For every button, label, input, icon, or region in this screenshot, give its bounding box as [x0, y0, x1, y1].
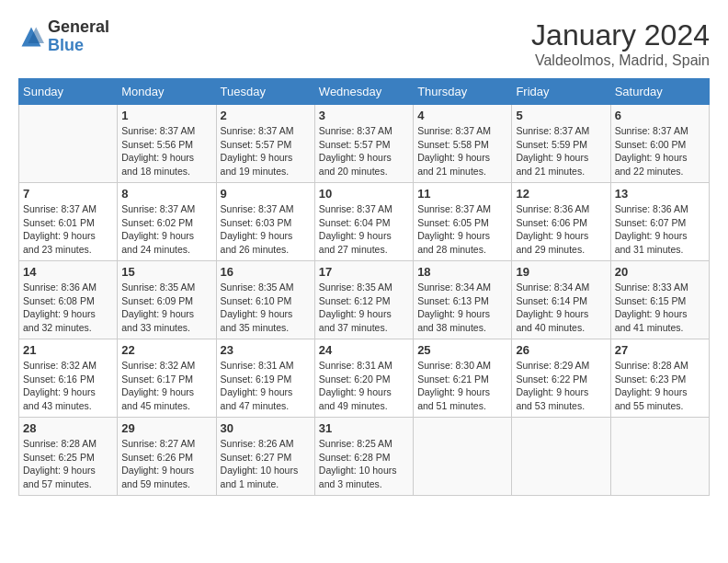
day-info: Sunrise: 8:37 AMSunset: 6:03 PMDaylight:…: [221, 202, 311, 257]
day-info: Sunrise: 8:30 AMSunset: 6:21 PMDaylight:…: [417, 359, 507, 413]
calendar-day-cell: 11Sunrise: 8:37 AMSunset: 6:05 PMDayligh…: [414, 183, 512, 261]
logo-icon: [18, 24, 44, 50]
title-block: January 2024 Valdeolmos, Madrid, Spain: [531, 18, 710, 69]
day-info: Sunrise: 8:37 AMSunset: 5:57 PMDaylight:…: [319, 124, 409, 178]
day-info: Sunrise: 8:37 AMSunset: 6:02 PMDaylight:…: [121, 202, 211, 257]
calendar-week-row: 14Sunrise: 8:36 AMSunset: 6:08 PMDayligh…: [19, 261, 710, 339]
calendar-day-cell: 29Sunrise: 8:27 AMSunset: 6:26 PMDayligh…: [118, 418, 216, 496]
day-info: Sunrise: 8:31 AMSunset: 6:19 PMDaylight:…: [221, 359, 311, 413]
day-number: 28: [23, 421, 113, 435]
day-number: 17: [319, 265, 409, 279]
day-number: 11: [417, 187, 507, 201]
calendar-week-row: 28Sunrise: 8:28 AMSunset: 6:25 PMDayligh…: [19, 418, 710, 496]
calendar-day-cell: 15Sunrise: 8:35 AMSunset: 6:09 PMDayligh…: [118, 261, 216, 339]
day-info: Sunrise: 8:37 AMSunset: 5:57 PMDaylight:…: [221, 124, 311, 178]
day-info: Sunrise: 8:28 AMSunset: 6:25 PMDaylight:…: [23, 437, 113, 491]
day-number: 23: [221, 343, 311, 357]
day-number: 6: [615, 109, 705, 122]
day-number: 3: [319, 109, 409, 122]
calendar-day-cell: 31Sunrise: 8:25 AMSunset: 6:28 PMDayligh…: [314, 418, 413, 496]
calendar-day-cell: [19, 105, 118, 183]
day-number: 10: [319, 187, 409, 201]
calendar-day-cell: 18Sunrise: 8:34 AMSunset: 6:13 PMDayligh…: [414, 261, 512, 339]
calendar-day-cell: 27Sunrise: 8:28 AMSunset: 6:23 PMDayligh…: [610, 339, 709, 418]
day-number: 25: [417, 343, 507, 357]
day-info: Sunrise: 8:32 AMSunset: 6:17 PMDaylight:…: [121, 359, 211, 413]
calendar-day-cell: [414, 418, 512, 496]
weekday-header: Tuesday: [216, 79, 314, 105]
calendar-day-cell: 3Sunrise: 8:37 AMSunset: 5:57 PMDaylight…: [314, 105, 413, 183]
logo: General Blue: [18, 18, 109, 55]
calendar-week-row: 21Sunrise: 8:32 AMSunset: 6:16 PMDayligh…: [19, 339, 710, 418]
calendar-week-row: 1Sunrise: 8:37 AMSunset: 5:56 PMDaylight…: [19, 105, 710, 183]
day-number: 29: [121, 421, 211, 435]
day-info: Sunrise: 8:25 AMSunset: 6:28 PMDaylight:…: [319, 437, 409, 491]
day-info: Sunrise: 8:27 AMSunset: 6:26 PMDaylight:…: [121, 437, 211, 491]
page-header: General Blue January 2024 Valdeolmos, Ma…: [18, 18, 710, 69]
day-number: 4: [417, 109, 507, 122]
day-number: 5: [516, 109, 606, 122]
day-info: Sunrise: 8:29 AMSunset: 6:22 PMDaylight:…: [516, 359, 606, 413]
calendar-day-cell: 7Sunrise: 8:37 AMSunset: 6:01 PMDaylight…: [19, 183, 118, 261]
calendar-day-cell: [610, 418, 709, 496]
calendar-day-cell: 6Sunrise: 8:37 AMSunset: 6:00 PMDaylight…: [610, 105, 709, 183]
calendar-day-cell: 19Sunrise: 8:34 AMSunset: 6:14 PMDayligh…: [512, 261, 610, 339]
day-number: 19: [516, 265, 606, 279]
day-info: Sunrise: 8:37 AMSunset: 6:04 PMDaylight:…: [319, 202, 409, 257]
calendar-week-row: 7Sunrise: 8:37 AMSunset: 6:01 PMDaylight…: [19, 183, 710, 261]
calendar-day-cell: 1Sunrise: 8:37 AMSunset: 5:56 PMDaylight…: [118, 105, 216, 183]
day-info: Sunrise: 8:32 AMSunset: 6:16 PMDaylight:…: [23, 359, 113, 413]
day-number: 20: [615, 265, 705, 279]
calendar-day-cell: 10Sunrise: 8:37 AMSunset: 6:04 PMDayligh…: [314, 183, 413, 261]
calendar-day-cell: [512, 418, 610, 496]
calendar-day-cell: 2Sunrise: 8:37 AMSunset: 5:57 PMDaylight…: [216, 105, 314, 183]
day-number: 18: [417, 265, 507, 279]
day-info: Sunrise: 8:36 AMSunset: 6:08 PMDaylight:…: [23, 281, 113, 335]
day-number: 1: [121, 109, 211, 122]
weekday-header: Thursday: [414, 79, 512, 105]
calendar-day-cell: 17Sunrise: 8:35 AMSunset: 6:12 PMDayligh…: [314, 261, 413, 339]
weekday-header: Friday: [512, 79, 610, 105]
day-number: 24: [319, 343, 409, 357]
calendar-header: SundayMondayTuesdayWednesdayThursdayFrid…: [19, 79, 710, 105]
day-number: 7: [23, 187, 113, 201]
day-number: 27: [615, 343, 705, 357]
day-info: Sunrise: 8:35 AMSunset: 6:09 PMDaylight:…: [121, 281, 211, 335]
calendar-day-cell: 20Sunrise: 8:33 AMSunset: 6:15 PMDayligh…: [610, 261, 709, 339]
logo-blue-text: Blue: [48, 36, 84, 54]
month-title: January 2024: [531, 18, 710, 52]
weekday-header: Monday: [118, 79, 216, 105]
day-number: 2: [221, 109, 311, 122]
day-info: Sunrise: 8:37 AMSunset: 6:00 PMDaylight:…: [615, 124, 705, 178]
calendar-day-cell: 23Sunrise: 8:31 AMSunset: 6:19 PMDayligh…: [216, 339, 314, 418]
calendar-day-cell: 14Sunrise: 8:36 AMSunset: 6:08 PMDayligh…: [19, 261, 118, 339]
day-info: Sunrise: 8:28 AMSunset: 6:23 PMDaylight:…: [615, 359, 705, 413]
weekday-header: Saturday: [610, 79, 709, 105]
logo-general-text: General: [48, 17, 109, 36]
calendar-day-cell: 12Sunrise: 8:36 AMSunset: 6:06 PMDayligh…: [512, 183, 610, 261]
calendar-day-cell: 30Sunrise: 8:26 AMSunset: 6:27 PMDayligh…: [216, 418, 314, 496]
day-info: Sunrise: 8:37 AMSunset: 5:56 PMDaylight:…: [121, 124, 211, 178]
calendar-day-cell: 28Sunrise: 8:28 AMSunset: 6:25 PMDayligh…: [19, 418, 118, 496]
day-number: 22: [121, 343, 211, 357]
calendar-day-cell: 9Sunrise: 8:37 AMSunset: 6:03 PMDaylight…: [216, 183, 314, 261]
day-number: 21: [23, 343, 113, 357]
day-info: Sunrise: 8:34 AMSunset: 6:13 PMDaylight:…: [417, 281, 507, 335]
day-number: 26: [516, 343, 606, 357]
day-info: Sunrise: 8:35 AMSunset: 6:12 PMDaylight:…: [319, 281, 409, 335]
day-info: Sunrise: 8:26 AMSunset: 6:27 PMDaylight:…: [221, 437, 311, 491]
day-info: Sunrise: 8:37 AMSunset: 6:01 PMDaylight:…: [23, 202, 113, 257]
calendar-day-cell: 13Sunrise: 8:36 AMSunset: 6:07 PMDayligh…: [610, 183, 709, 261]
location-title: Valdeolmos, Madrid, Spain: [531, 52, 710, 69]
calendar-day-cell: 16Sunrise: 8:35 AMSunset: 6:10 PMDayligh…: [216, 261, 314, 339]
calendar-day-cell: 4Sunrise: 8:37 AMSunset: 5:58 PMDaylight…: [414, 105, 512, 183]
day-info: Sunrise: 8:36 AMSunset: 6:07 PMDaylight:…: [615, 202, 705, 257]
day-number: 16: [221, 265, 311, 279]
calendar-day-cell: 22Sunrise: 8:32 AMSunset: 6:17 PMDayligh…: [118, 339, 216, 418]
day-number: 14: [23, 265, 113, 279]
day-info: Sunrise: 8:33 AMSunset: 6:15 PMDaylight:…: [615, 281, 705, 335]
day-info: Sunrise: 8:35 AMSunset: 6:10 PMDaylight:…: [221, 281, 311, 335]
day-info: Sunrise: 8:37 AMSunset: 6:05 PMDaylight:…: [417, 202, 507, 257]
day-number: 31: [319, 421, 409, 435]
day-number: 12: [516, 187, 606, 201]
